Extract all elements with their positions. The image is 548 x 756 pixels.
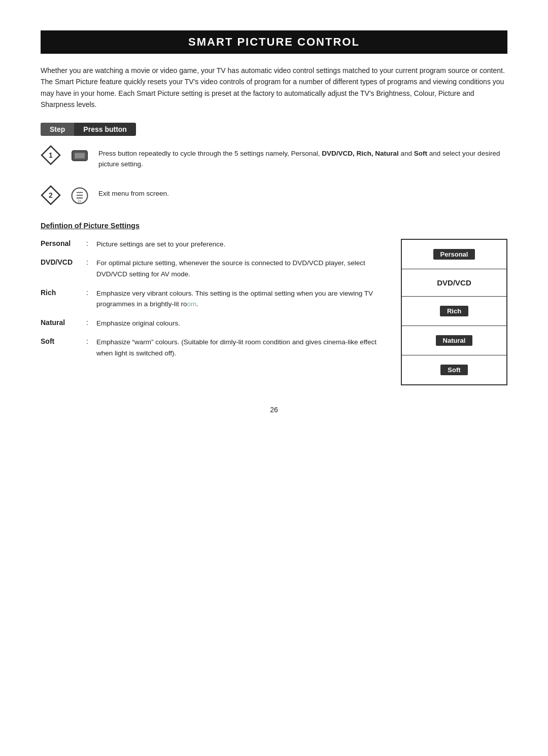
def-row-soft: Soft : Emphasize “warm” colours. (Suitab… bbox=[41, 337, 386, 358]
def-desc-personal: Picture settings are set to your prefere… bbox=[96, 239, 386, 250]
svg-rect-7 bbox=[77, 192, 83, 193]
def-colon-natural: : bbox=[86, 318, 96, 327]
menu-tag-rich: Rich bbox=[440, 306, 468, 316]
definitions-list: Personal : Picture settings are set to y… bbox=[41, 239, 386, 385]
definitions-and-menu: Personal : Picture settings are set to y… bbox=[41, 239, 507, 385]
picture-button-icon bbox=[69, 145, 90, 166]
def-row-dvdvcd: DVD/VCD : For optimal picture setting, w… bbox=[41, 258, 386, 279]
svg-text:1: 1 bbox=[49, 151, 53, 159]
menu-item-rich: Rich bbox=[402, 297, 506, 326]
def-term-natural: Natural bbox=[41, 318, 86, 327]
def-desc-soft: Emphasize “warm” colours. (Suitable for … bbox=[96, 337, 386, 358]
step-1-diamond: 1 bbox=[41, 145, 61, 165]
intro-text: Whether you are watching a movie or vide… bbox=[41, 65, 507, 111]
step-1-text: Press button repeatedly to cycle through… bbox=[98, 145, 507, 170]
menu-item-personal: Personal bbox=[402, 240, 506, 269]
menu-item-dvdvcd: DVD/VCD bbox=[402, 269, 506, 297]
def-colon-rich: : bbox=[86, 288, 96, 297]
def-row-natural: Natural : Emphasize original colours. bbox=[41, 318, 386, 329]
def-colon-dvdvcd: : bbox=[86, 258, 96, 266]
step-1-row: 1 Press button repeatedly to cycle throu… bbox=[41, 145, 507, 170]
svg-text:2: 2 bbox=[49, 191, 53, 199]
def-term-soft: Soft bbox=[41, 337, 86, 345]
svg-rect-3 bbox=[75, 153, 85, 158]
def-row-rich: Rich : Emphasize very vibrant colours. T… bbox=[41, 288, 386, 310]
press-column-header: Press button bbox=[74, 123, 136, 136]
step-2-diamond: 2 bbox=[41, 185, 61, 205]
def-row-personal: Personal : Picture settings are set to y… bbox=[41, 239, 386, 250]
svg-rect-9 bbox=[77, 197, 83, 198]
menu-item-soft: Soft bbox=[402, 355, 506, 384]
def-term-rich: Rich bbox=[41, 288, 86, 297]
step-2-text: Exit menu from screen. bbox=[98, 185, 169, 199]
menu-tag-natural: Natural bbox=[436, 335, 473, 346]
def-colon-soft: : bbox=[86, 337, 96, 345]
menu-item-natural: Natural bbox=[402, 326, 506, 355]
def-term-dvdvcd: DVD/VCD bbox=[41, 258, 86, 266]
steps-header: Step Press button bbox=[41, 123, 507, 136]
menu-tag-dvdvcd: DVD/VCD bbox=[437, 278, 471, 287]
menu-tag-personal: Personal bbox=[433, 249, 475, 260]
def-desc-dvdvcd: For optimal picture setting, whenever th… bbox=[96, 258, 386, 279]
def-desc-rich: Emphasize very vibrant colours. This set… bbox=[96, 288, 386, 310]
definition-title: Defintion of Picture Settings bbox=[41, 222, 507, 230]
page-title-bar: SMART PICTURE CONTROL bbox=[41, 30, 507, 54]
def-term-personal: Personal bbox=[41, 239, 86, 247]
step-2-row: 2 i+ Exit menu from screen. bbox=[41, 185, 507, 206]
page-title: SMART PICTURE CONTROL bbox=[51, 35, 497, 49]
definition-section: Defintion of Picture Settings Personal :… bbox=[41, 222, 507, 385]
page-number: 26 bbox=[41, 406, 507, 414]
svg-text:i+: i+ bbox=[78, 199, 82, 203]
svg-rect-8 bbox=[77, 195, 83, 196]
step-column-header: Step bbox=[41, 123, 74, 136]
menu-box: Personal DVD/VCD Rich Natural Soft bbox=[401, 239, 507, 385]
menu-button-icon: i+ bbox=[69, 185, 90, 206]
menu-tag-soft: Soft bbox=[440, 365, 467, 375]
def-colon-personal: : bbox=[86, 239, 96, 247]
def-desc-natural: Emphasize original colours. bbox=[96, 318, 386, 329]
